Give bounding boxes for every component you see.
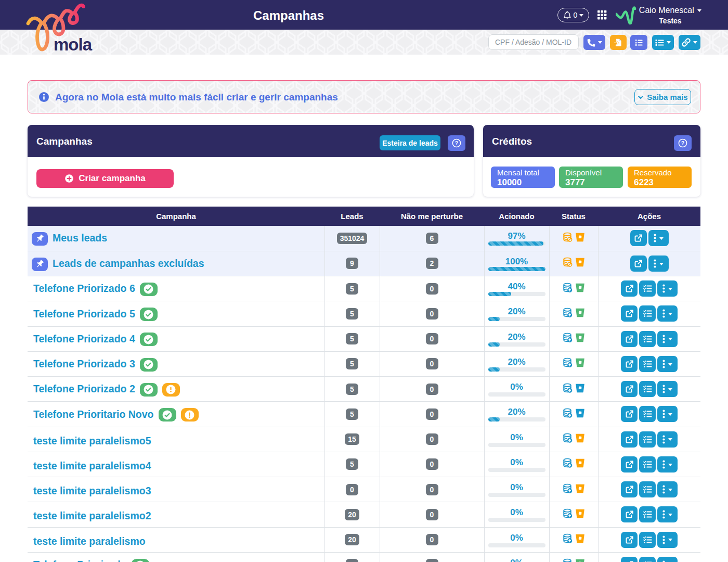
svg-text:mola: mola bbox=[54, 35, 93, 54]
svg-text:?: ? bbox=[455, 140, 458, 146]
svg-text:?: ? bbox=[681, 140, 684, 146]
